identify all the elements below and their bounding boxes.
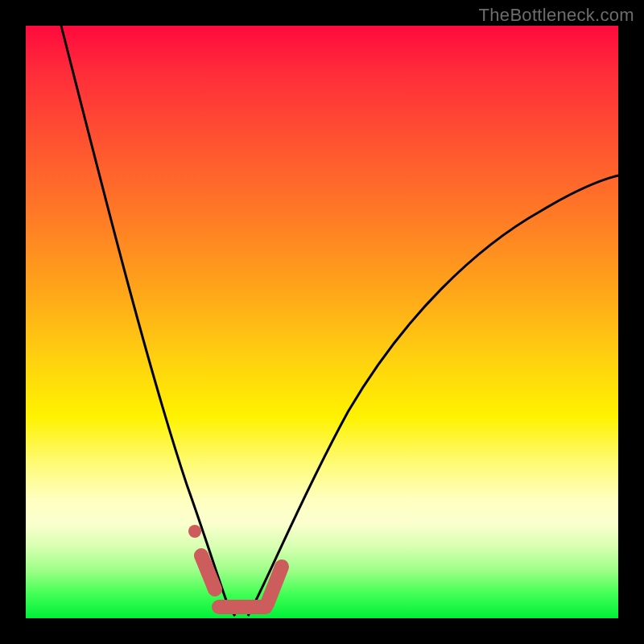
- curve-left: [61, 26, 235, 616]
- curve-right: [248, 175, 618, 616]
- curve-overlay: [26, 26, 618, 618]
- bottom-frame-edge: [26, 618, 618, 644]
- watermark-text: TheBottleneck.com: [479, 5, 634, 26]
- chart-frame: TheBottleneck.com: [0, 0, 644, 644]
- highlight-dot-icon: [188, 525, 201, 538]
- minimum-highlight: [188, 525, 282, 607]
